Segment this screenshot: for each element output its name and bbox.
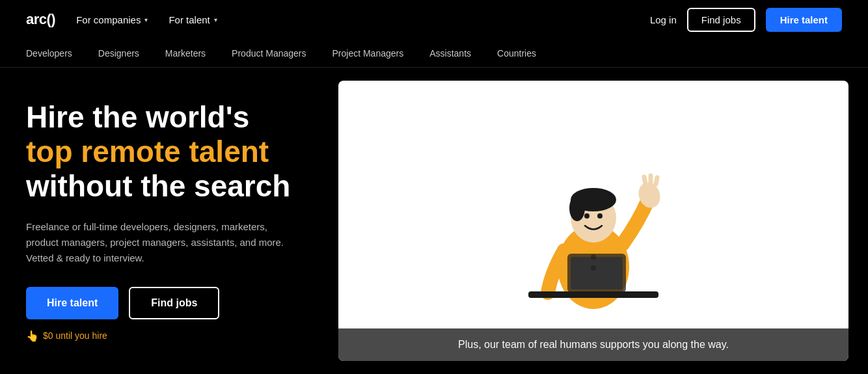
svg-line-10 (656, 178, 657, 184)
for-talent-dropdown[interactable]: For talent ▾ (169, 14, 217, 25)
free-badge-text: $0 until you hire (43, 330, 107, 341)
for-talent-label: For talent (169, 14, 210, 25)
chevron-down-icon: ▾ (144, 16, 148, 23)
hero-title-line2: top remote talent (26, 135, 269, 168)
for-companies-dropdown[interactable]: For companies ▾ (76, 14, 148, 25)
nav-assistants[interactable]: Assistants (429, 48, 471, 59)
svg-rect-13 (571, 257, 623, 289)
svg-point-14 (591, 254, 596, 260)
hero-title-line1: Hire the world's (26, 100, 249, 134)
hero-subtitle: Freelance or full-time developers, desig… (26, 219, 286, 266)
svg-point-15 (591, 265, 596, 271)
secondary-nav: Developers Designers Marketers Product M… (0, 39, 868, 68)
caption-text: Plus, our team of real humans supports y… (458, 339, 729, 350)
hero-illustration-panel: Plus, our team of real humans supports y… (338, 81, 848, 361)
for-companies-label: For companies (76, 14, 141, 25)
nav-developers[interactable]: Developers (26, 48, 72, 59)
hire-talent-nav-button[interactable]: Hire talent (766, 8, 842, 32)
nav-marketers[interactable]: Marketers (165, 48, 206, 59)
hero-title-line3: without the search (26, 169, 290, 203)
cta-buttons: Hire talent Find jobs (26, 287, 312, 319)
nav-countries[interactable]: Countries (497, 48, 536, 59)
hero-section: Hire the world's top remote talent witho… (0, 68, 338, 374)
chevron-down-icon: ▾ (214, 16, 217, 23)
login-button[interactable]: Log in (650, 14, 677, 25)
hire-talent-hero-button[interactable]: Hire talent (26, 287, 118, 319)
svg-point-6 (597, 213, 603, 219)
find-jobs-button[interactable]: Find jobs (687, 8, 755, 32)
svg-point-4 (569, 195, 585, 221)
nav-designers[interactable]: Designers (98, 48, 139, 59)
free-badge: 👆 $0 until you hire (26, 330, 312, 342)
illustration-caption: Plus, our team of real humans supports y… (338, 328, 848, 361)
find-jobs-hero-button[interactable]: Find jobs (129, 287, 219, 319)
main-content: Hire the world's top remote talent witho… (0, 68, 868, 374)
hero-title: Hire the world's top remote talent witho… (26, 100, 312, 204)
svg-point-5 (584, 213, 590, 219)
header-left: arc() For companies ▾ For talent ▾ (26, 11, 217, 28)
header-right: Log in Find jobs Hire talent (650, 8, 842, 32)
hero-illustration (502, 130, 685, 312)
header: arc() For companies ▾ For talent ▾ Log i… (0, 0, 868, 39)
svg-line-8 (644, 177, 645, 184)
nav-project-managers[interactable]: Project Managers (332, 48, 404, 59)
logo[interactable]: arc() (26, 11, 55, 28)
hand-icon: 👆 (26, 330, 39, 342)
nav-product-managers[interactable]: Product Managers (232, 48, 306, 59)
